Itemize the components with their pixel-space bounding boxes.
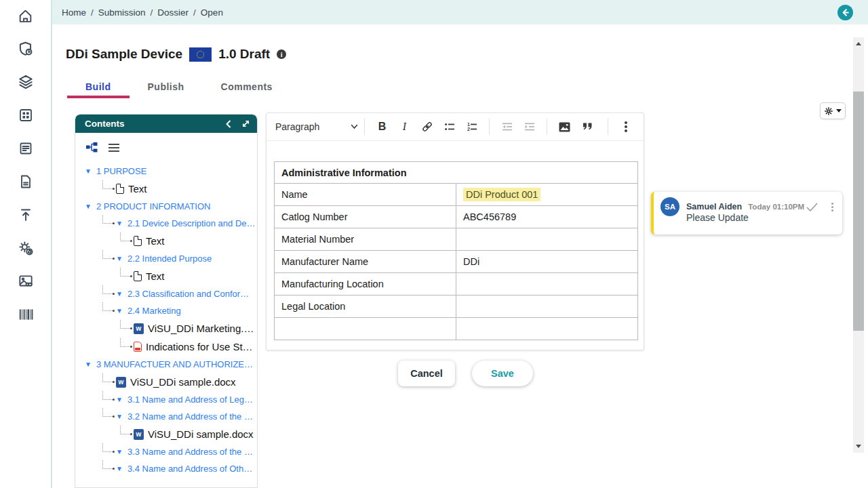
tree-connector — [102, 285, 113, 294]
tree-item[interactable]: ▼2.4 Marketing — [75, 302, 256, 319]
link-button[interactable] — [416, 116, 438, 138]
contents-panel-header: Contents — [75, 115, 257, 133]
settings-dropdown-button[interactable] — [820, 102, 846, 119]
table-cell-label[interactable]: Catlog Number — [275, 206, 456, 228]
save-button[interactable]: Save — [472, 361, 533, 386]
home-icon[interactable] — [17, 7, 35, 24]
comment-card[interactable]: SA Samuel Aiden Today 01:10PM Please Upd… — [651, 192, 842, 235]
scroll-up-arrow[interactable] — [856, 42, 861, 45]
tree-connector — [120, 320, 130, 329]
info-icon[interactable]: i — [277, 49, 286, 59]
tree-item[interactable]: wViSU_DDi sample.docx — [75, 425, 256, 443]
bold-button[interactable]: B — [371, 116, 393, 138]
tree-item[interactable]: ▼2 PRODUCT INFORMATION — [75, 198, 256, 215]
tree-item[interactable]: ▼3.4 Name and Address of Other Fac... — [75, 460, 256, 477]
tree-item-label: 3.3 Name and Address of the UK Re.. — [127, 447, 256, 457]
tree-connector — [120, 426, 130, 434]
breadcrumb-item-submission[interactable]: Submission — [98, 7, 146, 18]
indent-icon — [524, 121, 536, 133]
expand-triangle-icon[interactable]: ▼ — [116, 413, 123, 420]
linked-card-icon[interactable] — [17, 272, 35, 290]
table-cell-value[interactable] — [456, 296, 638, 318]
expand-triangle-icon[interactable]: ▼ — [85, 203, 92, 210]
expand-triangle-icon[interactable]: ▼ — [85, 167, 92, 175]
table-cell-value[interactable] — [456, 228, 638, 251]
layers-icon[interactable] — [17, 73, 35, 91]
toolbar-overflow-button[interactable] — [614, 116, 637, 138]
cancel-button[interactable]: Cancel — [398, 361, 455, 386]
breadcrumb-item-open[interactable]: Open — [201, 7, 223, 18]
expand-triangle-icon[interactable]: ▼ — [116, 255, 123, 262]
list-view-icon[interactable] — [108, 144, 119, 152]
table-cell-label[interactable]: Legal Location — [275, 296, 456, 318]
numbered-list-button[interactable]: 12 — [460, 116, 483, 138]
tree-item[interactable]: ▼3.1 Name and Address of Legal Ma... — [75, 391, 256, 408]
tab-comments[interactable]: Comments — [203, 76, 291, 98]
editor-content[interactable]: Administrative Information NameDDi Produ… — [267, 141, 644, 340]
expand-triangle-icon[interactable]: ▼ — [116, 220, 123, 227]
tab-publish[interactable]: Publish — [130, 76, 203, 98]
bulleted-list-button[interactable] — [438, 116, 460, 138]
table-header-cell[interactable]: Administrative Information — [275, 162, 638, 184]
tree-connector — [102, 373, 113, 382]
blockquote-button[interactable] — [576, 116, 598, 138]
dashboard-grid-icon[interactable] — [17, 106, 35, 124]
resolve-comment-button[interactable] — [806, 202, 818, 212]
tree-item[interactable]: Text — [75, 232, 256, 250]
tree-item[interactable]: ▼3.3 Name and Address of the UK Re.. — [75, 443, 256, 460]
upload-icon[interactable] — [17, 206, 35, 224]
tree-item[interactable]: ▼2.3 Classification and Conformity A... — [75, 285, 256, 302]
table-cell-value[interactable]: ABC456789 — [456, 206, 638, 228]
table-cell-value[interactable] — [456, 318, 638, 340]
barcode-icon[interactable] — [17, 306, 35, 323]
expand-triangle-icon[interactable]: ▼ — [85, 361, 92, 368]
back-button[interactable] — [837, 5, 853, 20]
expand-triangle-icon[interactable]: ▼ — [116, 465, 123, 472]
tree-item[interactable]: Text — [75, 180, 256, 198]
outdent-button[interactable] — [496, 116, 518, 138]
expand-triangle-icon[interactable]: ▼ — [116, 448, 123, 455]
tree-item[interactable]: ▼3 MANUFACTUER AND AUTHORIZED RE... — [75, 356, 256, 373]
expand-triangle-icon[interactable]: ▼ — [116, 307, 123, 314]
collapse-panel-button[interactable] — [224, 119, 233, 129]
tab-build[interactable]: Build — [67, 76, 130, 98]
table-cell-label[interactable]: Material Number — [275, 228, 456, 251]
breadcrumb-item-dossier[interactable]: Dossier — [157, 7, 189, 18]
shield-status-icon[interactable] — [17, 40, 35, 58]
table-cell-label[interactable]: Manufacturer Name — [275, 251, 456, 273]
table-cell-label[interactable]: Manufacturing Location — [275, 273, 456, 296]
expand-panel-button[interactable] — [241, 119, 250, 128]
tree-item[interactable]: ▼3.2 Name and Address of the Europ... — [75, 408, 256, 425]
table-cell-value[interactable]: DDi Product 001 — [456, 184, 638, 206]
article-list-icon[interactable] — [17, 140, 35, 157]
paragraph-style-dropdown[interactable]: Paragraph — [275, 121, 358, 132]
image-icon — [558, 121, 571, 133]
vertical-scrollbar[interactable] — [853, 37, 864, 453]
tree-view-icon[interactable] — [85, 142, 98, 153]
kebab-menu-icon — [625, 125, 627, 128]
scroll-down-arrow[interactable] — [856, 445, 861, 448]
settings-sync-icon[interactable] — [17, 239, 35, 257]
table-cell-value[interactable]: DDi — [456, 251, 638, 273]
tree-item[interactable]: Indications for Use State... — [75, 338, 256, 356]
table-cell-label[interactable]: Name — [275, 184, 456, 206]
expand-triangle-icon[interactable]: ▼ — [116, 290, 123, 298]
comment-menu-button[interactable] — [829, 201, 835, 212]
italic-button[interactable]: I — [393, 116, 416, 138]
tree-item[interactable]: ▼2.2 Intended Purpose — [75, 250, 256, 267]
document-icon[interactable] — [17, 173, 35, 190]
indent-button[interactable] — [518, 116, 540, 138]
tree-item[interactable]: wViSU_DDi sample.docx — [75, 373, 256, 391]
table-row: Catlog NumberABC456789 — [275, 206, 638, 228]
insert-image-button[interactable] — [553, 116, 576, 138]
tree-item[interactable]: ▼2.1 Device Description and Details — [75, 215, 256, 232]
tree-item[interactable]: Text — [75, 267, 256, 285]
scrollbar-thumb[interactable] — [853, 92, 864, 331]
table-cell-value[interactable] — [456, 273, 638, 296]
expand-triangle-icon[interactable]: ▼ — [116, 396, 123, 403]
tree-item[interactable]: ▼1 PURPOSE — [75, 163, 256, 180]
tree-item[interactable]: wViSU_DDi Marketing.docx — [75, 319, 256, 338]
table-cell-label[interactable] — [275, 318, 456, 340]
breadcrumb-item-home[interactable]: Home — [62, 7, 86, 18]
table-row: Manufacturer NameDDi — [275, 251, 638, 273]
